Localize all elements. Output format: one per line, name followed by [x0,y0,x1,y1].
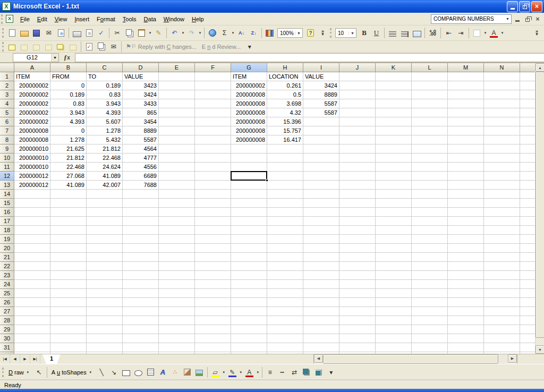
cell-g1[interactable]: ITEM [231,72,267,81]
zoom-combo[interactable]: 100%▼ [277,28,303,38]
toolbar-options-icon[interactable]: » ▾ [531,28,542,38]
cell-h22[interactable] [267,262,303,271]
cell-l19[interactable] [412,235,448,244]
cell-h9[interactable] [267,144,303,154]
cell-h19[interactable] [267,235,303,244]
cell-b7[interactable]: 0 [50,126,87,135]
next-sheet-button[interactable]: ▶ [20,354,30,364]
cell-d4[interactable]: 3433 [123,99,159,108]
chevron-down-icon[interactable]: ▾ [222,370,226,374]
cell-a20[interactable] [14,244,50,253]
cell-l2[interactable] [412,81,448,90]
cell-i25[interactable] [303,289,339,298]
toolbar-grip[interactable] [1,14,4,24]
cell-h18[interactable] [267,226,303,235]
cell-m11[interactable] [448,163,484,172]
cell-b8[interactable]: 1.278 [50,135,87,144]
cell-k11[interactable] [376,163,412,172]
cell-e10[interactable] [159,154,195,163]
cell-g14[interactable] [231,190,267,199]
cell-f9[interactable] [195,144,231,154]
cell-b19[interactable] [50,235,87,244]
toolbar-grip[interactable] [2,368,5,377]
cell-m17[interactable] [448,217,484,226]
cell-g11[interactable] [231,163,267,172]
cell-n2[interactable] [484,81,520,90]
line-icon[interactable]: ╲ [96,367,107,378]
cell-e8[interactable] [159,135,195,144]
row-header-29[interactable]: 29 [0,325,14,334]
cell-j16[interactable] [339,208,376,217]
cell-c31[interactable] [87,343,123,352]
cell-c21[interactable] [87,253,123,262]
cell-g20[interactable] [231,244,267,253]
row-header-19[interactable]: 19 [0,235,14,244]
column-header-f[interactable]: F [195,63,231,72]
cell-l17[interactable] [412,217,448,226]
cell-o19[interactable] [520,235,535,244]
cell-m18[interactable] [448,226,484,235]
cell-c20[interactable] [87,244,123,253]
cell-o29[interactable] [520,325,535,334]
row-header-22[interactable]: 22 [0,262,14,271]
underline-icon[interactable]: U [371,28,382,38]
row-header-21[interactable]: 21 [0,253,14,262]
mail-recipient-icon[interactable]: ✉ [108,41,119,52]
cell-h30[interactable] [267,334,303,343]
cell-j23[interactable] [339,271,376,280]
cell-g22[interactable] [231,262,267,271]
cell-l31[interactable] [412,343,448,352]
cell-l9[interactable] [412,144,448,154]
cell-l6[interactable] [412,117,448,126]
cell-m24[interactable] [448,280,484,289]
cell-e12[interactable] [159,172,195,181]
cell-k19[interactable] [376,235,412,244]
cell-f7[interactable] [195,126,231,135]
row-header-10[interactable]: 10 [0,154,14,163]
cell-g25[interactable] [231,289,267,298]
cell-l15[interactable] [412,199,448,208]
cell-k12[interactable] [376,172,412,181]
cell-f3[interactable] [195,90,231,99]
cell-f2[interactable] [195,81,231,90]
cell-b14[interactable] [50,190,87,199]
cell-j31[interactable] [339,343,376,352]
cell-k15[interactable] [376,199,412,208]
cell-g23[interactable] [231,271,267,280]
cell-i18[interactable] [303,226,339,235]
dash-style-icon[interactable]: ┅ [277,367,288,378]
cell-n25[interactable] [484,289,520,298]
open-icon[interactable] [19,28,30,38]
clip-art-icon[interactable] [182,367,193,378]
show-comment-icon[interactable] [43,41,54,52]
cell-n19[interactable] [484,235,520,244]
cell-n3[interactable] [484,90,520,99]
cell-b20[interactable] [50,244,87,253]
row-header-2[interactable]: 2 [0,81,14,90]
cell-k26[interactable] [376,298,412,307]
cell-f26[interactable] [195,298,231,307]
column-header-a[interactable]: A [14,63,50,72]
cell-o28[interactable] [520,316,535,325]
cell-h26[interactable] [267,298,303,307]
cell-o13[interactable] [520,181,535,190]
restore-button[interactable] [519,1,530,12]
cell-m10[interactable] [448,154,484,163]
font-size-combo-value[interactable]: 10 [336,30,348,36]
cell-d31[interactable] [123,343,159,352]
cell-l24[interactable] [412,280,448,289]
cell-n22[interactable] [484,262,520,271]
cell-o16[interactable] [520,208,535,217]
row-header-11[interactable]: 11 [0,163,14,172]
cell-g32[interactable] [231,352,267,354]
cell-m5[interactable] [448,108,484,117]
cell-j13[interactable] [339,181,376,190]
cell-d12[interactable]: 6689 [123,172,159,181]
cell-g16[interactable] [231,208,267,217]
cell-c15[interactable] [87,199,123,208]
chevron-down-icon[interactable]: ▾ [181,31,185,35]
cell-m9[interactable] [448,144,484,154]
cell-k24[interactable] [376,280,412,289]
cell-d6[interactable]: 3454 [123,117,159,126]
cell-l27[interactable] [412,307,448,316]
